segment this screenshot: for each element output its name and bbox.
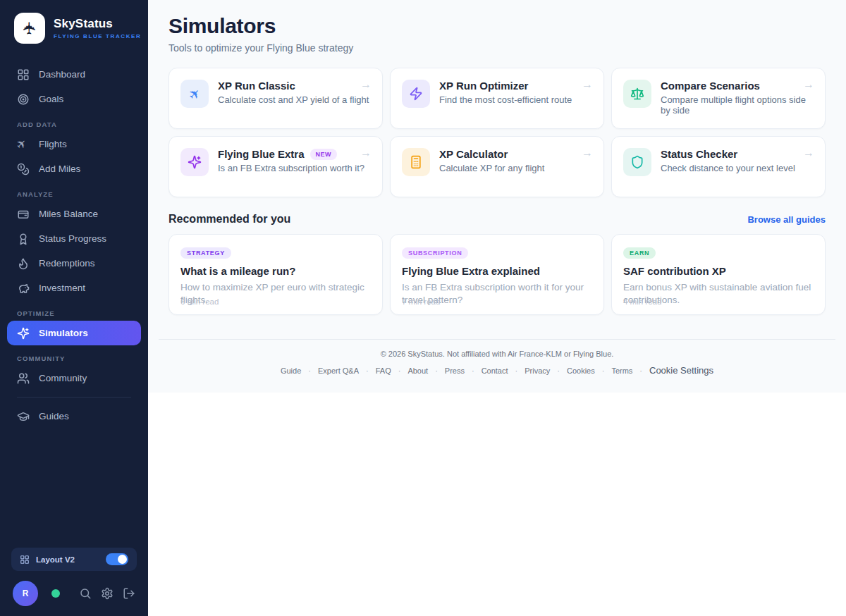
- footer-link-expert-qa[interactable]: Expert Q&A: [301, 366, 359, 375]
- read-time: 7 min read: [402, 297, 440, 306]
- footer-link-guide[interactable]: Guide: [281, 366, 301, 375]
- nav-section-analyze: ANALYZE: [7, 181, 141, 202]
- sidebar-item-status-progress[interactable]: Status Progress: [7, 226, 141, 251]
- tool-card-flying-blue-extra[interactable]: Flying Blue Extra NEW Is an FB Extra sub…: [168, 136, 383, 197]
- arrow-right-icon: →: [803, 78, 814, 91]
- brand: ✈ SkyStatus FLYING BLUE TRACKER: [0, 0, 148, 44]
- sidebar-item-investment[interactable]: Investment: [7, 276, 141, 300]
- tool-title: Compare Scenarios: [661, 80, 760, 92]
- sidebar-item-guides[interactable]: Guides: [7, 404, 141, 429]
- tool-card-xp-run-optimizer[interactable]: XP Run Optimizer Find the most cost-effi…: [390, 68, 604, 129]
- plane-logo-icon: ✈: [21, 21, 38, 35]
- read-time: 4 min read: [623, 297, 661, 306]
- footer-link-cookies[interactable]: Cookies: [550, 366, 594, 375]
- sidebar-item-label: Flights: [39, 139, 67, 149]
- cookie-settings-button[interactable]: Cookie Settings: [632, 365, 713, 376]
- layout-v2-toggle[interactable]: [106, 553, 128, 565]
- sidebar-item-goals[interactable]: Goals: [7, 87, 141, 111]
- app-window: ✈ SkyStatus FLYING BLUE TRACKER Dashboar…: [0, 0, 846, 616]
- footer-link-contact[interactable]: Contact: [465, 366, 508, 375]
- nav-section-community: COMMUNITY: [7, 345, 141, 366]
- coins-icon: [17, 163, 30, 175]
- category-badge: SUBSCRIPTION: [402, 247, 468, 259]
- sidebar-item-simulators[interactable]: Simulators: [7, 321, 141, 345]
- brand-name: SkyStatus: [54, 17, 141, 31]
- tool-desc: Check distance to your next level: [661, 163, 795, 173]
- tool-card-status-checker[interactable]: Status Checker Check distance to your ne…: [611, 136, 826, 197]
- arrow-right-icon: →: [360, 147, 372, 159]
- medal-icon: [17, 233, 30, 245]
- footer-link-press[interactable]: Press: [428, 366, 465, 375]
- sidebar-item-label: Status Progress: [39, 233, 106, 244]
- scale-icon: [623, 80, 651, 108]
- simulators-page: Simulators Tools to optimize your Flying…: [148, 0, 846, 393]
- sidebar-item-add-miles[interactable]: Add Miles: [7, 156, 141, 181]
- tool-title: Status Checker: [661, 148, 737, 160]
- sidebar-item-label: Community: [39, 373, 87, 383]
- user-row: R: [11, 581, 137, 608]
- footer-links: Guide Expert Q&A FAQ About Press Contact…: [168, 365, 826, 376]
- tool-card-xp-calculator[interactable]: XP Calculator Calculate XP for any fligh…: [390, 136, 604, 197]
- sidebar-item-dashboard[interactable]: Dashboard: [7, 62, 141, 87]
- footer-link-terms[interactable]: Terms: [595, 366, 633, 375]
- sparkles-icon: [180, 148, 209, 176]
- layout-v2-row[interactable]: Layout V2: [11, 548, 137, 571]
- layout-v2-label: Layout V2: [36, 555, 99, 564]
- footer-link-about[interactable]: About: [391, 366, 428, 375]
- search-icon[interactable]: [79, 587, 92, 600]
- gear-icon[interactable]: [101, 587, 114, 600]
- tool-desc: Calculate XP for any flight: [439, 163, 544, 173]
- sidebar-item-label: Goals: [39, 94, 63, 104]
- tool-title: XP Run Optimizer: [439, 80, 528, 92]
- tool-card-xp-run-classic[interactable]: ✈ XP Run Classic Calculate cost and XP y…: [168, 68, 383, 129]
- sidebar-item-label: Dashboard: [39, 69, 85, 80]
- plane-icon: ✈: [17, 138, 30, 151]
- arrow-right-icon: →: [582, 147, 593, 159]
- avatar[interactable]: R: [13, 581, 38, 606]
- new-badge: NEW: [310, 149, 338, 160]
- tool-desc: Find the most cost-efficient route: [439, 94, 572, 105]
- page-footer: © 2026 SkyStatus. Not affiliated with Ai…: [168, 340, 826, 378]
- sidebar-item-label: Miles Balance: [39, 209, 98, 219]
- guide-card-saf-contribution[interactable]: EARN SAF contribution XP Earn bonus XP w…: [611, 234, 826, 315]
- sidebar-item-miles-balance[interactable]: Miles Balance: [7, 202, 141, 226]
- browse-all-guides-link[interactable]: Browse all guides: [747, 214, 826, 225]
- guide-card-mileage-run[interactable]: STRATEGY What is a mileage run? How to m…: [168, 234, 383, 315]
- sidebar-item-label: Add Miles: [39, 164, 80, 174]
- dashboard-grid-icon: [17, 68, 30, 81]
- shield-icon: [623, 148, 651, 176]
- sidebar-item-redemptions[interactable]: Redemptions: [7, 251, 141, 276]
- nav-section-optimize: OPTIMIZE: [7, 300, 141, 321]
- flame-icon: [17, 257, 30, 270]
- footer-link-faq[interactable]: FAQ: [359, 366, 391, 375]
- sidebar: ✈ SkyStatus FLYING BLUE TRACKER Dashboar…: [0, 0, 148, 616]
- sidebar-bottom: Layout V2 R: [11, 548, 137, 608]
- graduation-cap-icon: [17, 410, 30, 423]
- recommended-header: Recommended for you Browse all guides: [168, 213, 826, 226]
- guide-title: SAF contribution XP: [623, 265, 814, 277]
- plane-icon: ✈: [180, 80, 209, 108]
- guide-card-fb-extra-explained[interactable]: SUBSCRIPTION Flying Blue Extra explained…: [390, 234, 604, 315]
- sidebar-item-flights[interactable]: ✈ Flights: [7, 132, 141, 156]
- sidebar-item-label: Simulators: [39, 328, 88, 338]
- tool-desc: Calculate cost and XP yield of a flight: [218, 94, 369, 105]
- zap-icon: [402, 80, 430, 108]
- nav-section-add-data: ADD DATA: [7, 111, 141, 132]
- sidebar-item-community[interactable]: Community: [7, 366, 141, 390]
- sidebar-nav: Dashboard Goals ADD DATA ✈ Flights Add M…: [0, 44, 148, 429]
- read-time: 6 min read: [180, 297, 219, 306]
- tool-desc: Is an FB Extra subscription worth it?: [218, 163, 364, 173]
- footer-link-privacy[interactable]: Privacy: [508, 366, 551, 375]
- brand-tagline: FLYING BLUE TRACKER: [54, 33, 141, 39]
- tool-card-compare-scenarios[interactable]: Compare Scenarios Compare multiple fligh…: [611, 68, 826, 129]
- page-subtitle: Tools to optimize your Flying Blue strat…: [168, 42, 826, 54]
- recommended-grid: STRATEGY What is a mileage run? How to m…: [168, 234, 826, 315]
- recommended-heading: Recommended for you: [168, 213, 290, 226]
- category-badge: STRATEGY: [180, 247, 231, 259]
- copyright-text: © 2026 SkyStatus. Not affiliated with Ai…: [168, 350, 826, 358]
- logout-icon[interactable]: [123, 587, 135, 600]
- app-logo[interactable]: ✈: [14, 13, 45, 44]
- guide-title: Flying Blue Extra explained: [402, 265, 592, 277]
- online-status-dot: [51, 589, 60, 598]
- sidebar-item-label: Guides: [39, 411, 69, 421]
